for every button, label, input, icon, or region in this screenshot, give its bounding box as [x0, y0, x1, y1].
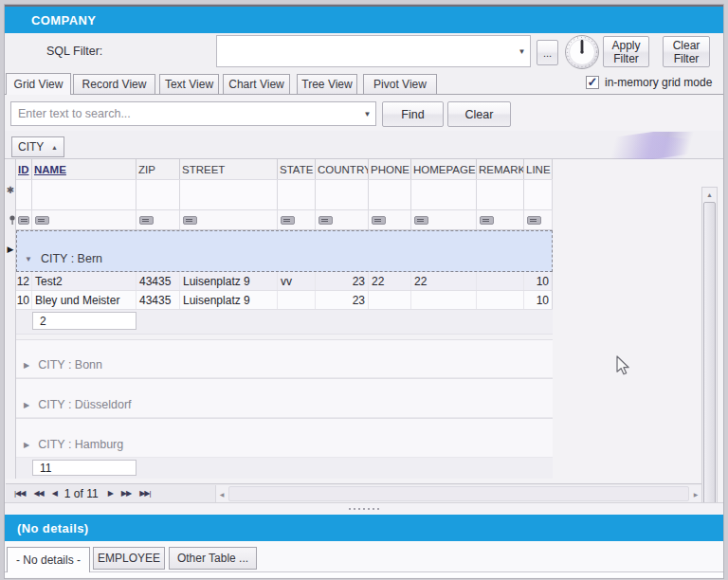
table-row[interactable]: 10 Bley und Meister 43435 Luisenplatz 9 …	[16, 291, 553, 310]
auto-filter-row[interactable]	[16, 210, 553, 230]
expand-group-icon[interactable]: ▶	[24, 441, 29, 449]
cell-state[interactable]	[278, 291, 316, 309]
cell-name[interactable]: Bley und Meister	[32, 291, 136, 309]
tab-grid-view[interactable]: Grid View	[6, 73, 71, 95]
filter-cell[interactable]	[411, 210, 477, 229]
new-item-cell[interactable]	[369, 180, 411, 209]
cell-state[interactable]: vv	[278, 272, 316, 290]
pager-prev-page-button[interactable]: ◀◀	[33, 489, 43, 498]
cell-country[interactable]: 23	[316, 272, 369, 290]
horizontal-scrollbar[interactable]: ◀ ▶	[215, 485, 701, 502]
group-row-duesseldorf[interactable]: ▶ CITY : Düsseldorf	[16, 378, 553, 418]
pager-last-button[interactable]: ▶▶|	[139, 489, 150, 498]
cell-id[interactable]: 12	[16, 272, 32, 290]
column-header-name[interactable]: NAME	[32, 159, 136, 179]
new-item-cell[interactable]	[16, 180, 32, 209]
cell-phone[interactable]	[369, 291, 411, 309]
cell-homepage[interactable]: 22	[411, 272, 477, 290]
new-item-cell[interactable]	[316, 180, 369, 209]
search-input[interactable]	[11, 102, 359, 125]
column-header-line[interactable]: LINE	[524, 159, 553, 179]
horizontal-scrollbar-thumb[interactable]	[228, 486, 689, 501]
tab-tree-view[interactable]: Tree View	[297, 74, 357, 94]
equals-operator-icon[interactable]	[414, 216, 428, 225]
group-row-bonn[interactable]: ▶ CITY : Bonn	[16, 339, 553, 378]
tab-employee[interactable]: EMPLOYEE	[93, 547, 165, 570]
cell-id[interactable]: 10	[16, 291, 32, 309]
pager-next-button[interactable]: ▶	[108, 489, 113, 498]
new-item-cell[interactable]	[411, 180, 477, 209]
cell-zip[interactable]: 43435	[136, 291, 180, 309]
filter-cell[interactable]	[369, 210, 411, 229]
column-header-homepage[interactable]: HOMEPAGE	[411, 159, 477, 179]
group-row-hamburg[interactable]: ▶ CITY : Hamburg	[16, 418, 553, 458]
sql-filter-input[interactable]	[217, 36, 514, 66]
collapse-group-icon[interactable]: ▼	[25, 255, 32, 263]
apply-filter-button[interactable]: Apply Filter	[603, 36, 649, 67]
equals-operator-icon[interactable]	[281, 216, 295, 225]
search-dropdown-button[interactable]: ▼	[359, 102, 375, 125]
equals-operator-icon[interactable]	[18, 216, 29, 225]
pager-next-page-button[interactable]: ▶▶	[121, 489, 131, 498]
table-row[interactable]: 12 Test2 43435 Luisenplatz 9 vv 23 22 22…	[16, 272, 553, 291]
column-header-street[interactable]: STREET	[180, 159, 278, 179]
filter-cell[interactable]	[278, 210, 316, 229]
new-item-cell[interactable]	[32, 180, 136, 209]
pager-first-button[interactable]: |◀◀	[14, 489, 25, 498]
column-header-id[interactable]: ID	[16, 159, 32, 179]
tab-chart-view[interactable]: Chart View	[223, 74, 290, 94]
clear-filter-button[interactable]: Clear Filter	[663, 36, 710, 67]
filter-cell[interactable]	[524, 210, 553, 229]
filter-builder-button[interactable]: ...	[537, 40, 558, 65]
cell-phone[interactable]: 22	[369, 272, 411, 290]
cell-line[interactable]: 10	[524, 272, 553, 290]
timer-button[interactable]	[561, 33, 603, 71]
filter-cell[interactable]	[32, 210, 136, 229]
new-item-cell[interactable]	[278, 180, 316, 209]
cell-name[interactable]: Test2	[32, 272, 136, 290]
cell-street[interactable]: Luisenplatz 9	[180, 272, 278, 290]
find-button[interactable]: Find	[382, 101, 444, 127]
column-header-remark[interactable]: REMARK	[477, 159, 524, 179]
filter-cell[interactable]	[16, 210, 32, 229]
new-item-cell[interactable]	[136, 180, 180, 209]
cell-country[interactable]: 23	[316, 291, 369, 309]
column-header-zip[interactable]: ZIP	[136, 159, 180, 179]
filter-cell[interactable]	[136, 210, 180, 229]
scroll-left-icon[interactable]: ◀	[216, 491, 228, 498]
search-combobox[interactable]: ▼	[10, 101, 376, 126]
group-row-bern[interactable]: ▼ CITY : Bern	[16, 230, 553, 272]
sql-filter-dropdown-button[interactable]: ▼	[514, 36, 530, 66]
column-header-state[interactable]: STATE	[278, 159, 316, 179]
equals-operator-icon[interactable]	[35, 216, 49, 225]
tab-record-view[interactable]: Record View	[73, 74, 155, 94]
cell-homepage[interactable]	[411, 291, 477, 309]
equals-operator-icon[interactable]	[318, 216, 333, 225]
panel-splitter[interactable]	[5, 502, 723, 515]
tab-no-details[interactable]: - No details -	[7, 547, 90, 572]
equals-operator-icon[interactable]	[183, 216, 197, 225]
scroll-up-button[interactable]: ▲	[702, 188, 717, 201]
pager-prev-button[interactable]: ◀	[52, 489, 57, 498]
column-header-country[interactable]: COUNTRY	[316, 159, 369, 179]
filter-cell[interactable]	[477, 210, 524, 229]
group-column-city[interactable]: CITY ▲	[11, 136, 64, 157]
equals-operator-icon[interactable]	[527, 216, 541, 225]
equals-operator-icon[interactable]	[372, 216, 386, 225]
new-item-row[interactable]	[16, 180, 553, 210]
new-item-cell[interactable]	[180, 180, 278, 209]
equals-operator-icon[interactable]	[139, 216, 154, 225]
sql-filter-combobox[interactable]: ▼	[216, 35, 531, 67]
new-item-cell[interactable]	[477, 180, 524, 209]
cell-street[interactable]: Luisenplatz 9	[180, 291, 278, 309]
cell-zip[interactable]: 43435	[136, 272, 180, 290]
search-clear-button[interactable]: Clear	[447, 101, 511, 127]
cell-line[interactable]: 10	[524, 291, 553, 309]
tab-pivot-view[interactable]: Pivot View	[363, 74, 437, 94]
cell-remark[interactable]	[477, 272, 524, 290]
tab-other-table[interactable]: Other Table ...	[169, 547, 257, 570]
column-header-phone[interactable]: PHONE	[369, 159, 411, 179]
checkbox[interactable]: ✓	[586, 76, 599, 89]
equals-operator-icon[interactable]	[480, 216, 494, 225]
scroll-right-icon[interactable]: ▶	[690, 491, 701, 498]
